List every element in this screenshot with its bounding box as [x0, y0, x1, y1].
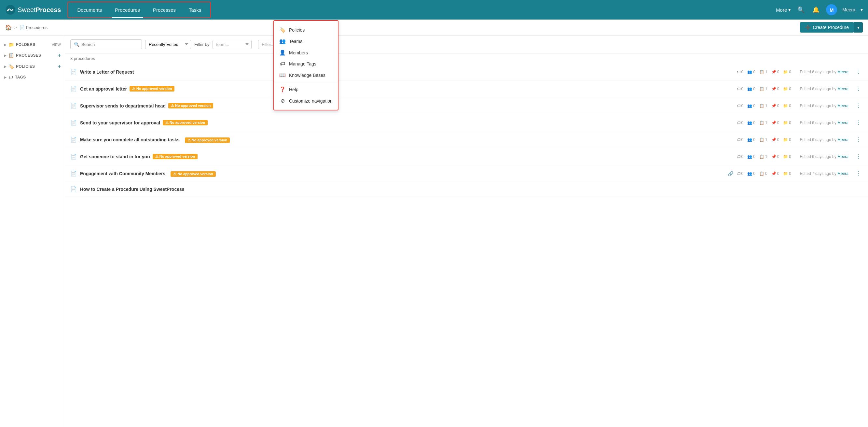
search-input[interactable]: [81, 42, 138, 47]
sidebar-item-policies[interactable]: ▶ 🏷️ POLICIES +: [0, 61, 65, 72]
editor-link[interactable]: Meera: [837, 70, 848, 74]
procedure-title[interactable]: Engagement with Community Members: [80, 171, 165, 176]
proc-meta: 🏷0 👥0 📋1 📌0 📁0 Edited 6 days ago by Meer…: [737, 67, 863, 76]
content-area: 🔍 Recently Edited Alphabetical Recently …: [65, 35, 868, 427]
no-approved-badge: ⚠ No approved version: [129, 86, 175, 91]
nav-procedures[interactable]: Procedures: [108, 4, 147, 16]
nav-tasks[interactable]: Tasks: [182, 4, 208, 16]
editor-link[interactable]: Meera: [837, 120, 848, 125]
proc-title-area: Make sure you complete all outstanding t…: [80, 136, 733, 143]
processes-add-icon[interactable]: +: [58, 52, 61, 58]
policies-icon: 🏷️: [279, 27, 286, 33]
tag-stat: 🏷0: [737, 70, 744, 74]
doc-stat: 📋1: [759, 70, 768, 74]
nav-processes[interactable]: Processes: [147, 4, 182, 16]
proc-actions-button[interactable]: ⋮: [854, 67, 863, 76]
doc-stat-icon: 📋: [759, 70, 764, 74]
editor-link[interactable]: Meera: [837, 154, 848, 159]
user-dropdown-arrow[interactable]: ▾: [861, 7, 863, 12]
procedure-title[interactable]: Get someone to stand in for you: [80, 154, 150, 159]
manage-tags-icon: 🏷: [279, 61, 286, 67]
dropdown-item-customize-nav[interactable]: ⊘ Customize navigation: [274, 95, 338, 107]
procedure-doc-icon: 📄: [70, 170, 77, 176]
folder-stat-icon: 📁: [783, 87, 788, 91]
procedure-title[interactable]: Send to your supervisor for approval: [80, 120, 160, 125]
task-stat-icon: 📌: [771, 70, 776, 74]
procedure-title[interactable]: Get an approval letter: [80, 86, 127, 91]
proc-edited: Edited 6 days ago by Meera: [797, 70, 848, 74]
tag-stat-icon: 🏷: [737, 104, 740, 108]
editor-link[interactable]: Meera: [837, 87, 848, 91]
proc-stats: 🏷0 👥0 📋0 📌0 📁0: [737, 171, 791, 176]
chevron-down-icon: ▾: [788, 7, 791, 13]
create-procedure-button[interactable]: ➕ Create Procedure: [800, 22, 854, 33]
breadcrumb-doc-icon: 📄: [20, 25, 25, 30]
procedure-title[interactable]: Make sure you complete all outstanding t…: [80, 137, 180, 142]
sweetprocess-logo-icon: [5, 5, 16, 15]
top-navigation: SweetProcess Documents Procedures Proces…: [0, 0, 868, 20]
user-name[interactable]: Meera: [842, 7, 855, 12]
proc-edited: Edited 6 days ago by Meera: [797, 138, 848, 142]
search-icon: 🔍: [74, 42, 80, 47]
home-link[interactable]: 🏠: [5, 24, 12, 31]
proc-title-area: Get an approval letter ⚠ No approved ver…: [80, 86, 733, 91]
folder-stat-icon: 📁: [783, 70, 788, 74]
search-button[interactable]: 🔍: [796, 5, 806, 15]
table-row: 📄 Get an approval letter ⚠ No approved v…: [65, 81, 868, 97]
logo-text-process: Process: [36, 6, 61, 13]
editor-link[interactable]: Meera: [837, 171, 848, 176]
proc-actions-button[interactable]: ⋮: [854, 169, 863, 178]
doc-stat-icon: 📋: [759, 87, 764, 91]
task-stat-icon: 📌: [771, 87, 776, 91]
create-procedure-dropdown-arrow[interactable]: ▾: [854, 22, 863, 33]
svg-point-1: [7, 10, 9, 11]
breadcrumb-current: 📄 Procedures: [20, 25, 48, 30]
folders-chevron-icon: ▶: [4, 43, 6, 47]
team-filter-select[interactable]: team...: [213, 40, 252, 49]
proc-actions-button[interactable]: ⋮: [854, 118, 863, 127]
nav-documents[interactable]: Documents: [71, 4, 108, 16]
folders-view-label[interactable]: VIEW: [52, 43, 61, 47]
sidebar-item-tags[interactable]: ▶ 🏷 TAGS: [0, 72, 65, 82]
proc-edited: Edited 6 days ago by Meera: [797, 154, 848, 159]
member-stat: 👥0: [747, 70, 755, 74]
proc-meta: 🏷0 👥0 📋1 📌0 📁0 Edited 6 days ago by Meer…: [737, 84, 863, 93]
procedure-title[interactable]: How to Create a Procedure Using SweetPro…: [80, 187, 185, 192]
proc-actions-button[interactable]: ⋮: [854, 84, 863, 93]
procedure-doc-icon: 📄: [70, 86, 77, 92]
proc-actions-button[interactable]: ⋮: [854, 152, 863, 161]
proc-meta: 🏷0 👥0 📋0 📌0 📁0 Edited 7 days ago by Meer…: [737, 169, 863, 178]
editor-link[interactable]: Meera: [837, 104, 848, 108]
procedure-title[interactable]: Supervisor sends to departmental head: [80, 103, 166, 109]
dropdown-item-help[interactable]: ❓ Help: [274, 84, 338, 95]
folder-stat-icon: 📁: [783, 104, 788, 108]
proc-stats: 🏷0 👥0 📋1 📌0 📁0: [737, 138, 791, 142]
proc-actions-button[interactable]: ⋮: [854, 135, 863, 144]
dropdown-item-manage-tags[interactable]: 🏷 Manage Tags: [274, 58, 338, 69]
table-row: 📄 Write a Letter of Request 🏷0 👥0 📋1 📌0 …: [65, 63, 868, 81]
proc-actions-button[interactable]: ⋮: [854, 101, 863, 110]
sort-select[interactable]: Recently Edited Alphabetical Recently Cr…: [145, 40, 191, 49]
procedure-doc-icon: 📄: [70, 103, 77, 109]
logo-text-sweet: Sweet: [18, 6, 36, 13]
tag-stat-icon: 🏷: [737, 87, 740, 91]
dropdown-item-teams[interactable]: 👥 Teams: [274, 35, 338, 47]
sidebar-item-folders[interactable]: ▶ 📁 FOLDERS VIEW: [0, 39, 65, 50]
policies-add-icon[interactable]: +: [58, 63, 61, 69]
dropdown-item-members[interactable]: 👤 Members: [274, 47, 338, 58]
logo[interactable]: SweetProcess: [5, 5, 61, 15]
sidebar-item-processes[interactable]: ▶ 📋 PROCESSES +: [0, 50, 65, 61]
breadcrumb-separator: >: [14, 25, 17, 30]
dropdown-item-policies[interactable]: 🏷️ Policies: [274, 24, 338, 35]
procedure-title[interactable]: Write a Letter of Request: [80, 69, 134, 75]
proc-stats: 🏷0 👥0 📋1 📌0 📁0: [737, 154, 791, 159]
procedure-doc-icon: 📄: [70, 137, 77, 143]
task-stat-icon: 📌: [771, 104, 776, 108]
tags-icon: 🏷: [8, 75, 13, 80]
editor-link[interactable]: Meera: [837, 138, 848, 142]
more-menu-button[interactable]: More ▾: [776, 7, 791, 13]
more-dropdown-menu: 🏷️ Policies 👥 Teams 👤 Members 🏷 Manage T…: [273, 20, 339, 110]
notifications-button[interactable]: 🔔: [811, 5, 821, 15]
dropdown-item-knowledge-bases[interactable]: 📖 Knowledge Bases: [274, 69, 338, 81]
avatar[interactable]: M: [826, 4, 837, 15]
